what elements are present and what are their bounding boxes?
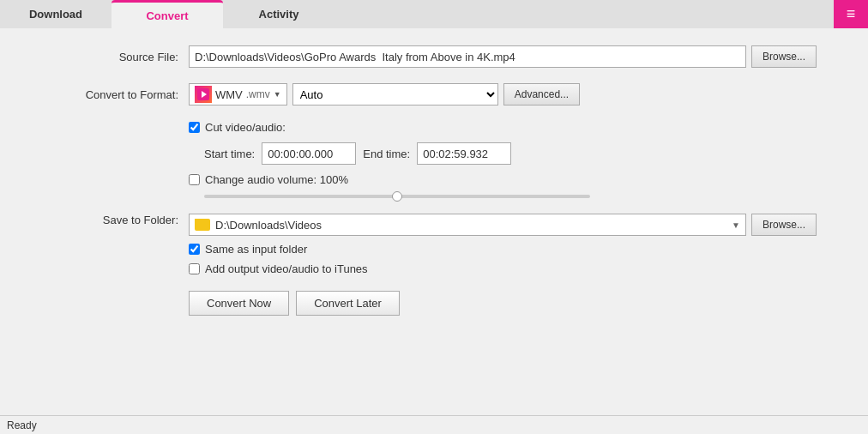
format-selector[interactable]: WMV .wmv ▼ <box>189 83 287 105</box>
itunes-row: Add output video/audio to iTunes <box>189 262 817 275</box>
source-file-input[interactable] <box>189 45 746 68</box>
cut-video-label: Cut video/audio: <box>205 121 286 134</box>
save-folder-row: Save to Folder: D:\Downloads\Videos ▼ Br… <box>51 214 817 275</box>
tab-activity[interactable]: Activity <box>223 0 335 28</box>
volume-slider-thumb[interactable] <box>392 191 402 202</box>
folder-icon <box>195 219 210 231</box>
folder-browse-button[interactable]: Browse... <box>751 214 817 236</box>
source-file-row: Source File: Browse... <box>51 45 817 68</box>
folder-dropdown-arrow-icon: ▼ <box>732 220 740 230</box>
format-name: WMV <box>215 88 243 101</box>
cut-video-checkbox[interactable] <box>189 122 200 133</box>
end-time-label: End time: <box>363 148 410 160</box>
source-file-label: Source File: <box>51 51 189 63</box>
end-time-input[interactable] <box>417 142 511 165</box>
tab-download[interactable]: Download <box>0 0 112 28</box>
advanced-button[interactable]: Advanced... <box>503 83 580 105</box>
format-control: WMV .wmv ▼ Auto High Medium Low Advanced… <box>189 83 817 105</box>
status-text: Ready <box>7 419 37 431</box>
quality-dropdown[interactable]: Auto High Medium Low <box>292 83 498 105</box>
folder-path-text: D:\Downloads\Videos <box>215 219 726 232</box>
topbar: Download Convert Activity ≡ <box>0 0 868 28</box>
audio-volume-row: Change audio volume: 100% <box>189 173 817 186</box>
same-as-input-label: Same as input folder <box>205 243 307 256</box>
action-row: Convert Now Convert Later <box>189 291 817 316</box>
time-row: Start time: End time: <box>204 142 817 165</box>
slider-row <box>204 195 817 198</box>
convert-later-button[interactable]: Convert Later <box>296 291 400 316</box>
format-label: Convert to Format: <box>51 88 189 101</box>
same-as-input-checkbox[interactable] <box>189 244 200 255</box>
cut-video-row: Cut video/audio: <box>189 121 817 134</box>
source-file-control: Browse... <box>189 45 817 68</box>
audio-volume-checkbox[interactable] <box>189 174 200 185</box>
status-bar: Ready <box>0 415 868 434</box>
itunes-label: Add output video/audio to iTunes <box>205 262 368 275</box>
format-row: Convert to Format: WMV .wmv ▼ Auto High … <box>51 83 817 105</box>
format-chevron-icon: ▼ <box>274 90 281 99</box>
format-icon <box>195 86 212 103</box>
hamburger-menu[interactable]: ≡ <box>834 0 868 28</box>
same-as-input-row: Same as input folder <box>189 243 817 256</box>
start-time-input[interactable] <box>262 142 356 165</box>
folder-path-wrapper[interactable]: D:\Downloads\Videos ▼ <box>189 214 746 236</box>
tab-convert[interactable]: Convert <box>112 0 223 28</box>
start-time-label: Start time: <box>204 148 255 160</box>
format-ext: .wmv <box>246 88 270 100</box>
options-row: Cut video/audio: Start time: End time: C… <box>51 121 817 198</box>
main-content: Source File: Browse... Convert to Format… <box>0 28 868 415</box>
source-browse-button[interactable]: Browse... <box>751 45 817 68</box>
save-folder-label: Save to Folder: <box>51 214 189 226</box>
volume-slider-track[interactable] <box>204 195 590 198</box>
convert-now-button[interactable]: Convert Now <box>189 291 289 316</box>
itunes-checkbox[interactable] <box>189 263 200 274</box>
audio-volume-label: Change audio volume: 100% <box>205 173 348 186</box>
